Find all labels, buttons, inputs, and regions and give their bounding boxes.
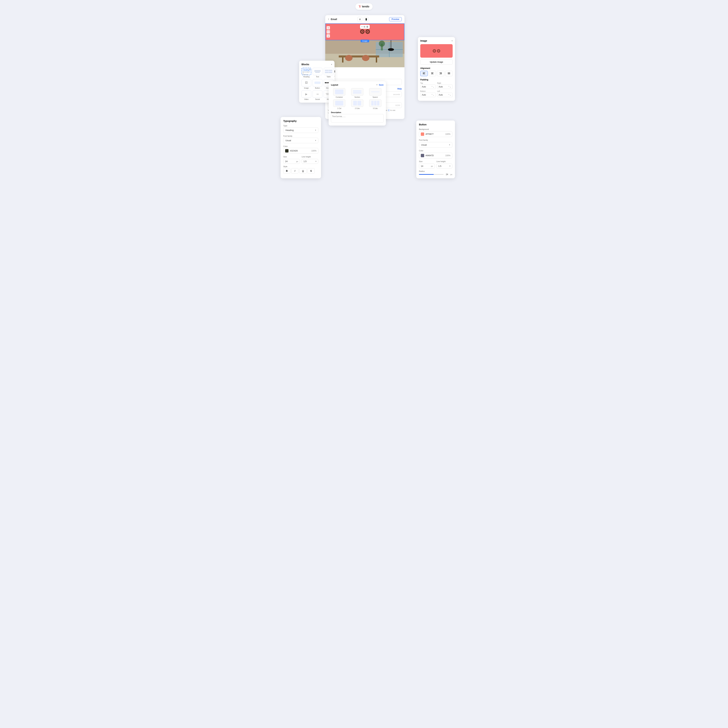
typo-font-family-field: Font family Usual ▾ (283, 135, 318, 143)
btn-bg-field: Background #FF8877 100% (419, 128, 452, 137)
strikethrough-button[interactable]: S (307, 168, 315, 174)
office-photo (325, 40, 404, 67)
update-image-button[interactable]: Update image (420, 59, 453, 65)
layout-grid: Container Section Spacer (331, 88, 384, 109)
image-panel-title: Image (420, 40, 427, 42)
step-badge: 1 (328, 18, 329, 20)
align-center-btn[interactable] (429, 71, 436, 76)
move-up-arrow[interactable]: ↑ (327, 26, 330, 29)
svg-rect-21 (440, 73, 442, 73)
align-right-btn[interactable] (437, 71, 444, 76)
svg-rect-22 (439, 74, 442, 74)
typo-font-family-select[interactable]: Usual ▾ (283, 138, 318, 143)
padding-right-select[interactable]: Auto ⌃⌄ (437, 85, 453, 89)
block-label-social: Social (315, 98, 320, 100)
delete-block-btn[interactable]: 🗑 (366, 26, 369, 28)
layout-chevron-icon[interactable]: ▾ (376, 84, 378, 86)
radius-section: Radius 24 px (419, 170, 452, 176)
btn-font-family-select[interactable]: Usual ▾ (419, 142, 452, 148)
block-item-table[interactable]: Table (324, 68, 333, 78)
padding-left-chevron: ⌃⌄ (448, 94, 451, 96)
block-item-image[interactable]: 🖼 Image (301, 79, 311, 89)
typo-type-select[interactable]: Heading ▾ (283, 127, 318, 133)
btn-bg-row[interactable]: #FF8877 100% (419, 131, 452, 137)
add-block-btn[interactable]: + (361, 26, 362, 28)
btn-size-label: Size (419, 161, 435, 162)
layout-item-3cols[interactable]: 3 Cols (367, 99, 384, 109)
blocks-collapse-icon[interactable]: ▾ (331, 63, 332, 66)
padding-left-field: Left Auto ⌃⌄ (437, 90, 453, 97)
video-icon: ▶ (305, 93, 307, 96)
padding-bottom-label: Bottom (420, 90, 436, 92)
move-down-arrow[interactable]: ↓ (327, 34, 330, 38)
logo: 𝕐 tendo (355, 3, 373, 10)
block-thumb-video: ▶ (301, 90, 311, 98)
underline-button[interactable]: U (300, 168, 306, 174)
typo-color-label: Color (283, 145, 318, 147)
bold-button[interactable]: B (283, 168, 291, 174)
padding-left-select[interactable]: Auto ⌃⌄ (437, 93, 453, 97)
align-justify-btn[interactable] (445, 71, 453, 76)
preview-button[interactable]: Preview (389, 17, 402, 21)
align-left-btn[interactable] (420, 71, 428, 76)
drag-handle[interactable]: ⋮⋮ (327, 30, 330, 34)
btn-line-height-select[interactable]: 1.5 ▾ (436, 164, 452, 168)
svg-point-11 (388, 48, 394, 51)
typo-type-chevron: ▾ (315, 129, 316, 131)
layout-thumb-section (351, 88, 363, 96)
layout-label-1col: 1 Col (337, 107, 341, 109)
typo-size-label: Size (283, 156, 300, 158)
block-item-button[interactable]: Button (313, 79, 323, 89)
btn-size-input[interactable]: 14 px (419, 164, 435, 168)
svg-point-9 (362, 55, 369, 61)
padding-top-field: Top Auto ⌃⌄ (420, 82, 436, 89)
typo-line-height-field: Line height 1.5 ▾ (302, 156, 318, 164)
btn-line-height-label: Line height (436, 161, 452, 162)
typo-line-height-select[interactable]: 1.5 ▾ (302, 159, 318, 164)
btn-color-row[interactable]: #64647D 100% (419, 153, 452, 158)
image-panel-collapse-icon[interactable]: ▾ (452, 40, 453, 42)
throttle-help-link[interactable]: Help (398, 88, 402, 90)
layout-description-group: Description (331, 112, 384, 123)
padding-bottom-select[interactable]: Auto ⌃⌄ (420, 93, 436, 97)
radius-slider[interactable] (419, 174, 444, 175)
padding-top-select[interactable]: Auto ⌃⌄ (420, 85, 436, 89)
layout-item-2cols[interactable]: 2 Cols (349, 99, 366, 109)
layout-header: Layout ▾ Save (331, 84, 384, 86)
layout-item-1col[interactable]: 1 Col (331, 99, 348, 109)
typo-size-input[interactable]: 24 px (283, 159, 300, 164)
block-item-text[interactable]: Text (313, 68, 323, 78)
layout-save-button[interactable]: Save (379, 84, 384, 86)
desktop-icon[interactable]: 🖥 (358, 17, 362, 21)
layout-thumb-2cols (351, 99, 363, 107)
block-thumb-heading: Heading this is a block of simple text. … (301, 68, 311, 75)
padding-right-chevron: ⌃⌄ (448, 86, 451, 88)
typo-style-label: Style (283, 165, 318, 168)
svg-rect-23 (448, 72, 450, 73)
image-preview-logo: ⚙⚙ (432, 48, 440, 54)
typo-color-row[interactable]: #323426 100% (283, 148, 318, 154)
layout-item-container[interactable]: Container (331, 88, 348, 98)
padding-top-chevron: ⌃⌄ (431, 86, 434, 88)
layout-item-section[interactable]: Section (349, 88, 366, 98)
block-item-heading[interactable]: Heading this is a block of simple text. … (301, 68, 311, 78)
btn-color-swatch (421, 154, 424, 157)
svg-rect-19 (431, 74, 433, 74)
layout-item-spacer[interactable]: Spacer (367, 88, 384, 98)
italic-button[interactable]: I (291, 168, 298, 174)
block-label-image: Image (304, 87, 309, 89)
typo-size-field: Size 24 px (283, 156, 300, 164)
block-arrows: ↑ ⋮⋮ ↓ (327, 26, 330, 38)
svg-rect-16 (423, 74, 425, 74)
block-item-social[interactable]: ⇔ Social (313, 90, 323, 100)
block-toolbar: + ⧉ 🗑 (360, 25, 370, 29)
image-block-area[interactable]: ↑ ⋮⋮ ↓ + ⧉ 🗑 ⚙⚙ Image (325, 23, 404, 40)
svg-rect-20 (439, 72, 442, 73)
copy-block-btn[interactable]: ⧉ (364, 26, 365, 28)
layout-description-textarea[interactable] (331, 114, 384, 122)
btn-color-field: Color #64647D 100% (419, 150, 452, 158)
radius-value: 24 (445, 173, 449, 176)
mobile-icon[interactable]: 📱 (364, 17, 369, 21)
block-item-video[interactable]: ▶ Video (301, 90, 311, 100)
padding-left-label: Left (437, 90, 453, 92)
